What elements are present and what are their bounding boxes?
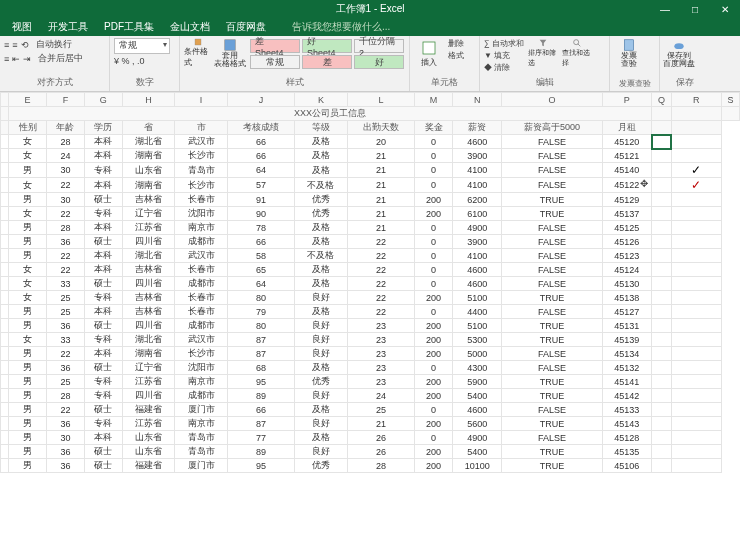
row-number[interactable]: [1, 207, 9, 221]
cell[interactable]: 3900: [452, 149, 501, 163]
cell[interactable]: 硕士: [84, 319, 122, 333]
cell[interactable]: 23: [347, 333, 414, 347]
row-number[interactable]: [1, 389, 9, 403]
cell[interactable]: 福建省: [122, 403, 175, 417]
wrap-text-button[interactable]: 自动换行: [36, 38, 72, 51]
column-header[interactable]: 出勤天数: [347, 121, 414, 135]
cell[interactable]: 良好: [295, 417, 348, 431]
cell[interactable]: 5900: [452, 375, 501, 389]
comma-icon[interactable]: ,: [132, 56, 135, 66]
cell[interactable]: 200: [415, 207, 453, 221]
cell[interactable]: 男: [9, 193, 47, 207]
cell[interactable]: 5400: [452, 445, 501, 459]
cell[interactable]: 200: [415, 347, 453, 361]
cell[interactable]: 22: [347, 249, 414, 263]
format-button[interactable]: 格式: [448, 50, 464, 61]
cell[interactable]: 36: [47, 459, 85, 473]
cell[interactable]: [671, 319, 721, 333]
cell[interactable]: 45140: [602, 163, 651, 178]
cell[interactable]: 0: [415, 403, 453, 417]
cell[interactable]: 22: [47, 249, 85, 263]
cell[interactable]: 200: [415, 417, 453, 431]
cell[interactable]: 23: [347, 375, 414, 389]
cell[interactable]: 本科: [84, 431, 122, 445]
cell[interactable]: 4400: [452, 305, 501, 319]
row-number[interactable]: [1, 249, 9, 263]
cell[interactable]: [671, 375, 721, 389]
cell[interactable]: 女: [9, 135, 47, 149]
align-center-icon[interactable]: ≡: [12, 40, 17, 50]
cell[interactable]: 良好: [295, 389, 348, 403]
col-letter[interactable]: R: [671, 93, 721, 107]
cell[interactable]: 湖南省: [122, 347, 175, 361]
cell[interactable]: 吉林省: [122, 193, 175, 207]
cell[interactable]: 山东省: [122, 163, 175, 178]
cell[interactable]: 4900: [452, 221, 501, 235]
cell[interactable]: 77: [227, 431, 294, 445]
cell[interactable]: FALSE: [502, 135, 602, 149]
percent-icon[interactable]: %: [122, 56, 130, 66]
cell[interactable]: 28: [47, 221, 85, 235]
cell[interactable]: 吉林省: [122, 263, 175, 277]
cell[interactable]: [671, 263, 721, 277]
column-header[interactable]: 市: [175, 121, 228, 135]
cell[interactable]: 良好: [295, 291, 348, 305]
col-letter[interactable]: M: [415, 93, 453, 107]
row-number[interactable]: [1, 459, 9, 473]
cell[interactable]: 4600: [452, 403, 501, 417]
cell[interactable]: 男: [9, 445, 47, 459]
cell[interactable]: 4100: [452, 163, 501, 178]
invoice-check-button[interactable]: 发票 查验: [614, 38, 644, 68]
col-letter[interactable]: I: [175, 93, 228, 107]
cell[interactable]: 南京市: [175, 375, 228, 389]
cell[interactable]: 25: [47, 375, 85, 389]
column-header[interactable]: [652, 121, 672, 135]
tab-jinshan[interactable]: 金山文档: [162, 18, 218, 36]
cell[interactable]: FALSE: [502, 221, 602, 235]
cell[interactable]: 4300: [452, 361, 501, 375]
cell[interactable]: 45138: [602, 291, 651, 305]
cell[interactable]: 6100: [452, 207, 501, 221]
cell[interactable]: 湖南省: [122, 149, 175, 163]
cell[interactable]: 福建省: [122, 459, 175, 473]
cell[interactable]: 本科: [84, 305, 122, 319]
cell[interactable]: 6200: [452, 193, 501, 207]
column-header[interactable]: [671, 121, 721, 135]
cell[interactable]: 30: [47, 193, 85, 207]
cell[interactable]: 66: [227, 135, 294, 149]
cell[interactable]: 36: [47, 361, 85, 375]
cell[interactable]: [652, 149, 672, 163]
cell[interactable]: 95: [227, 375, 294, 389]
cell[interactable]: 男: [9, 459, 47, 473]
cell[interactable]: [652, 193, 672, 207]
cell[interactable]: 专科: [84, 389, 122, 403]
cell[interactable]: 21: [347, 149, 414, 163]
cell[interactable]: 57: [227, 178, 294, 193]
cell[interactable]: 22: [47, 263, 85, 277]
cell[interactable]: 95: [227, 459, 294, 473]
cell[interactable]: 长春市: [175, 305, 228, 319]
cell[interactable]: 专科: [84, 375, 122, 389]
cell[interactable]: 200: [415, 333, 453, 347]
cell[interactable]: 硕士: [84, 193, 122, 207]
cell[interactable]: 36: [47, 417, 85, 431]
cell[interactable]: 23: [347, 347, 414, 361]
tab-view[interactable]: 视图: [4, 18, 40, 36]
cell[interactable]: [671, 417, 721, 431]
cell[interactable]: [652, 375, 672, 389]
maximize-button[interactable]: □: [680, 4, 710, 15]
col-letter[interactable]: F: [47, 93, 85, 107]
cell[interactable]: 江苏省: [122, 221, 175, 235]
cell[interactable]: 长春市: [175, 291, 228, 305]
cell[interactable]: 辽宁省: [122, 207, 175, 221]
cell[interactable]: 45106: [602, 459, 651, 473]
cell[interactable]: 45130: [602, 277, 651, 291]
cell[interactable]: 79: [227, 305, 294, 319]
cell[interactable]: 21: [347, 163, 414, 178]
cell[interactable]: 南京市: [175, 221, 228, 235]
cell[interactable]: 5100: [452, 291, 501, 305]
cell[interactable]: 87: [227, 347, 294, 361]
cell[interactable]: 青岛市: [175, 445, 228, 459]
cell[interactable]: 28: [47, 135, 85, 149]
cell[interactable]: 本科: [84, 347, 122, 361]
